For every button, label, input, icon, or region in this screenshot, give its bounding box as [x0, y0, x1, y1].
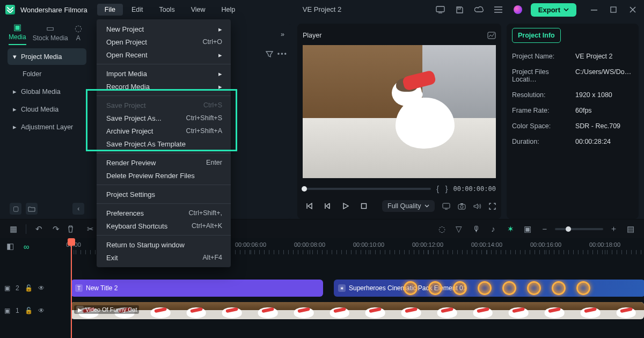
sidebar-item-folder[interactable]: Folder [8, 66, 86, 82]
stop-button[interactable] [357, 200, 370, 212]
scopes-icon[interactable] [487, 32, 496, 39]
window-title: VE Project 2 [303, 5, 341, 13]
file-open-recent[interactable]: Open Recent▸ [97, 48, 231, 61]
tab-third[interactable]: ◌ A [75, 23, 82, 45]
lock-icon[interactable]: 🔓 [25, 284, 33, 292]
snapshot-icon[interactable] [458, 203, 466, 210]
volume-icon[interactable] [473, 203, 481, 210]
file-render-preview[interactable]: Render PreviewEnter [97, 156, 231, 169]
layout-icon[interactable]: ▦ [8, 224, 19, 234]
file-import-media[interactable]: Import Media▸ [97, 67, 231, 80]
sidebar-item-global-media[interactable]: ▸ Global Media [8, 83, 86, 100]
file-delete-render[interactable]: Delete Preview Render Files [97, 169, 231, 182]
delete-button[interactable] [67, 225, 79, 233]
marker-icon[interactable]: ▽ [453, 224, 465, 234]
auto-beat-sync-icon[interactable]: ✶ [504, 224, 516, 234]
window-maximize-button[interactable] [605, 3, 621, 16]
display-settings-icon[interactable] [442, 203, 450, 210]
fullscreen-icon[interactable] [489, 203, 496, 210]
sidebar-item-adjustment-layer[interactable]: ▸ Adjustment Layer [8, 119, 86, 135]
menu-file[interactable]: File [97, 4, 123, 16]
window-minimize-button[interactable] [586, 3, 602, 16]
split-button[interactable]: ✂ [84, 224, 96, 234]
file-keyboard-shortcuts[interactable]: Keyboard ShortcutsCtrl+Alt+K [97, 219, 231, 232]
track-header-video-1[interactable]: ▣ 1 🔓 👁 [0, 299, 70, 322]
undo-button[interactable]: ↶ [33, 224, 45, 234]
filter-icon[interactable] [266, 50, 273, 58]
ruler-tick: 00:00:06:00 [235, 241, 266, 248]
player-progress-slider[interactable] [303, 188, 431, 190]
select-tool-icon[interactable]: ◧ [4, 241, 16, 251]
menu-view[interactable]: View [184, 4, 213, 16]
sidebar-item-cloud-media[interactable]: ▸ Cloud Media [8, 101, 86, 117]
profile-orb-icon[interactable] [511, 3, 524, 16]
new-folder-button[interactable] [26, 203, 38, 215]
window-close-button[interactable] [625, 3, 641, 16]
link-tool-icon[interactable]: ∞ [20, 242, 32, 251]
text-clip-icon: T [75, 284, 83, 292]
zoom-out-button[interactable]: − [539, 224, 551, 233]
voiceover-icon[interactable]: 🎙 [470, 224, 482, 233]
screen-icon[interactable] [434, 3, 447, 16]
menu-tools[interactable]: Tools [151, 4, 182, 16]
visibility-icon[interactable]: 👁 [38, 284, 45, 292]
timeline-view-options-icon[interactable]: ▤ [625, 224, 636, 234]
menu-edit[interactable]: Edit [124, 4, 151, 16]
clip-title[interactable]: T New Title 2 [71, 280, 323, 297]
file-archive-project[interactable]: Archive ProjectCtrl+Shift+A [97, 124, 231, 137]
file-open-project[interactable]: Open ProjectCtrl+O [97, 35, 231, 48]
new-bin-button[interactable]: ▢ [10, 203, 21, 215]
file-return-startup[interactable]: Return to Startup window [97, 238, 231, 251]
timeline-track-video-1[interactable]: ▶ Video Of Funny Cat [71, 299, 644, 322]
timeline-track-overlay-2[interactable]: T New Title 2 ✶ Superheroes Cinematic Pa… [71, 277, 644, 299]
visibility-icon[interactable]: 👁 [38, 307, 45, 314]
file-save-project-as[interactable]: Save Project As...Ctrl+Shift+S [97, 112, 231, 124]
pi-key: Project Name: [512, 53, 575, 60]
chevron-right-icon: ▸ [13, 87, 17, 95]
cloud-icon[interactable] [473, 3, 486, 16]
tab-media[interactable]: ▣ Media [9, 22, 26, 45]
prev-frame-button[interactable] [303, 200, 316, 212]
file-record-media[interactable]: Record Media▸ [97, 80, 231, 93]
track-header-overlay-2[interactable]: ▣ 2 🔓 👁 [0, 277, 70, 299]
menu-help[interactable]: Help [214, 4, 243, 16]
chevron-right-icon: ▸ [13, 105, 17, 113]
file-preferences[interactable]: PreferencesCtrl+Shift+, [97, 207, 231, 219]
playback-quality-select[interactable]: Full Quality [382, 200, 435, 212]
timeline-track-headers: ◧ ∞ ▣ 2 🔓 👁 ▣ 1 🔓 👁 [0, 238, 71, 338]
mark-out-button[interactable]: } [444, 185, 449, 193]
sidebar-item-project-media[interactable]: ▾ Project Media [8, 48, 86, 65]
panel-more-tabs-button[interactable]: » [277, 28, 288, 40]
save-icon[interactable] [453, 3, 466, 16]
file-new-project[interactable]: New Project▸ [97, 23, 231, 35]
redo-button[interactable]: ↷ [50, 224, 62, 234]
auto-ripple-icon[interactable]: ◌ [436, 224, 448, 234]
zoom-in-button[interactable]: ＋ [608, 224, 619, 234]
clip-video[interactable]: ▶ Video Of Funny Cat [71, 302, 644, 319]
player-panel: Player { } 00:00:00:00 [297, 24, 501, 219]
pi-key: Frame Rate: [512, 107, 575, 114]
file-exit[interactable]: ExitAlt+F4 [97, 251, 231, 264]
collapse-sidebar-button[interactable]: ‹ [72, 203, 84, 215]
render-preview-icon[interactable]: ▣ [522, 224, 533, 234]
file-project-settings[interactable]: Project Settings [97, 188, 231, 201]
ruler-tick: 00:00:08:00 [294, 241, 325, 248]
file-save-as-template[interactable]: Save Project As Template [97, 137, 231, 150]
step-back-button[interactable] [321, 200, 334, 212]
svg-point-10 [460, 205, 463, 208]
zoom-slider[interactable] [555, 228, 603, 230]
clip-sfx[interactable]: ✶ Superheroes Cinematic Pack Element 01 [334, 280, 644, 297]
player-title: Player [303, 32, 321, 39]
tab-stock-media[interactable]: ▭ Stock Media [33, 23, 68, 45]
audio-mixer-icon[interactable]: ♪ [487, 224, 499, 233]
svg-rect-11 [460, 203, 463, 204]
timeline-playhead[interactable] [71, 238, 72, 338]
mark-in-button[interactable]: { [435, 185, 440, 193]
more-options-icon[interactable]: ••• [277, 50, 288, 58]
lock-icon[interactable]: 🔓 [25, 307, 33, 314]
project-info-tab[interactable]: Project Info [512, 28, 561, 43]
hamburger-icon[interactable] [492, 3, 505, 16]
play-button[interactable] [339, 200, 352, 212]
export-button[interactable]: Export [531, 3, 576, 17]
player-preview[interactable] [303, 45, 496, 178]
